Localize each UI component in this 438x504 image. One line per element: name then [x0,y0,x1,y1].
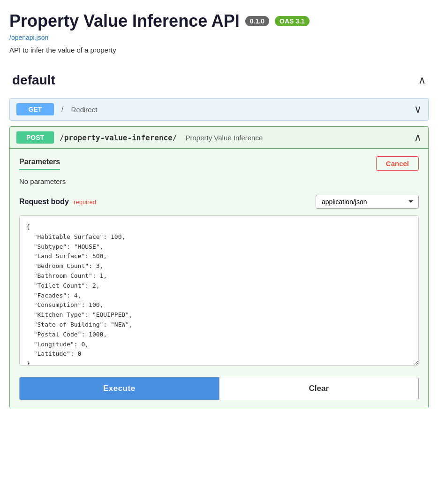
get-endpoint-header[interactable]: GET / Redirect ∨ [10,99,428,120]
openapi-link[interactable]: /openapi.json [9,34,429,41]
oas-badge: OAS 3.1 [275,16,310,26]
section-collapse-icon[interactable]: ∧ [418,74,426,86]
header-area: Property Value Inference API 0.1.0 OAS 3… [9,11,429,54]
clear-button[interactable]: Clear [219,377,419,400]
required-badge: required [74,199,96,206]
cancel-button[interactable]: Cancel [376,156,419,171]
post-expanded-section: Parameters Cancel No parameters Request … [10,148,428,408]
post-endpoint-path: /property-value-inference/ [60,133,177,142]
json-body-textarea[interactable]: { "Habitable Surface": 100, "Subtype": "… [19,215,419,366]
request-body-label: Request body [19,198,69,206]
params-cancel-row: Parameters Cancel [19,156,419,171]
get-slash: / [61,105,63,114]
api-description: API to infer the value of a property [9,46,429,54]
post-endpoint-header[interactable]: POST /property-value-inference/ Property… [10,127,428,148]
request-body-row: Request body required application/json [19,195,419,209]
post-endpoint-summary: Property Value Inference [185,134,263,142]
post-endpoint: POST /property-value-inference/ Property… [9,126,429,408]
post-endpoint-left: POST /property-value-inference/ Property… [16,131,263,144]
parameters-tab[interactable]: Parameters [19,158,60,170]
request-body-label-area: Request body required [19,198,96,206]
post-chevron-icon[interactable]: ∧ [414,131,422,144]
page-title: Property Value Inference API [9,11,240,31]
execute-button[interactable]: Execute [20,377,219,400]
default-section-header: default ∧ [9,68,429,92]
action-buttons-row: Execute Clear [19,377,419,400]
get-chevron-icon[interactable]: ∨ [414,103,422,115]
section-title: default [12,73,55,88]
post-method-badge: POST [16,131,54,144]
get-endpoint-left: GET / Redirect [16,103,97,115]
get-endpoint: GET / Redirect ∨ [9,98,429,121]
version-badge: 0.1.0 [245,16,269,26]
content-type-select[interactable]: application/json [316,195,419,209]
no-params-text: No parameters [19,177,419,185]
title-row: Property Value Inference API 0.1.0 OAS 3… [9,11,429,31]
get-summary: Redirect [71,106,97,114]
get-method-badge: GET [16,103,54,115]
